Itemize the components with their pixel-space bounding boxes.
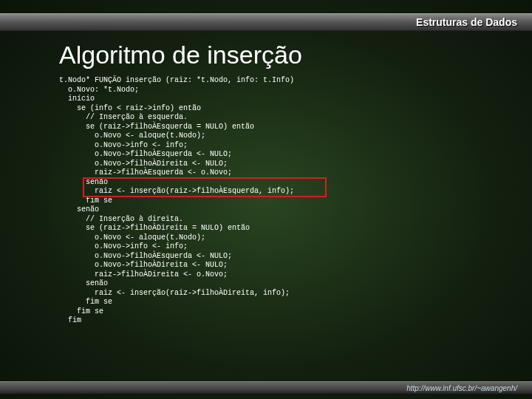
code-line: se (raiz->filhoÀEsquerda = NULO) então: [59, 123, 502, 132]
code-line: // Inserção à direita.: [59, 215, 502, 225]
code-line: o.Novo->info <- info;: [59, 141, 502, 151]
code-line: o.Novo->filhoÀDireita <- NULO;: [59, 261, 502, 270]
header-bar: Estruturas de Dados: [0, 13, 532, 31]
code-line: se (raiz->filhoÀDireita = NULO) então: [59, 224, 502, 233]
code-line: se (info < raiz->info) então: [59, 104, 502, 114]
code-line: o.Novo->filhoÀEsquerda <- NULO;: [59, 150, 502, 160]
code-line: o.Novo <- aloque(t.Nodo);: [59, 132, 502, 141]
code-line: raiz->filhoÀDireita <- o.Novo;: [59, 270, 502, 280]
slide-title: Algoritmo de inserção: [59, 41, 502, 69]
code-line: t.Nodo* FUNÇÃO inserção (raiz: *t.Nodo, …: [59, 76, 502, 86]
footer-url: http://www.inf.ufsc.br/~awangenh/: [406, 384, 517, 392]
code-line: // Inserção à esquerda.: [59, 113, 502, 123]
header-title: Estruturas de Dados: [416, 16, 517, 28]
code-line: raiz <- inserção(raiz->filhoÀDireita, in…: [59, 289, 502, 299]
content-area: Algoritmo de inserção t.Nodo* FUNÇÃO ins…: [59, 41, 502, 369]
slide: Estruturas de Dados Algoritmo de inserçã…: [0, 0, 532, 399]
code-line: senão: [59, 205, 502, 215]
code-line: raiz->filhoÀEsquerda <- o.Novo;: [59, 168, 502, 178]
code-line: fim se: [59, 197, 502, 206]
code-line: o.Novo->info <- info;: [59, 242, 502, 252]
code-line: o.Novo->filhoÀEsquerda <- NULO;: [59, 252, 502, 262]
code-line: senão: [59, 279, 502, 289]
footer-bar: http://www.inf.ufsc.br/~awangenh/: [0, 381, 532, 395]
code-line: fim se: [59, 307, 502, 317]
code-line: fim se: [59, 298, 502, 307]
code-line: o.Novo: *t.Nodo;: [59, 86, 502, 95]
code-line: o.Novo->filhoÀDireita <- NULO;: [59, 160, 502, 169]
code-line: raiz <- inserção(raiz->filhoÀEsquerda, i…: [59, 187, 502, 197]
code-line: o.Novo <- aloque(t.Nodo);: [59, 233, 502, 243]
code-line: fim: [59, 316, 502, 326]
code-block: t.Nodo* FUNÇÃO inserção (raiz: *t.Nodo, …: [59, 76, 502, 326]
code-line: senão: [59, 178, 502, 188]
code-line: início: [59, 95, 502, 104]
